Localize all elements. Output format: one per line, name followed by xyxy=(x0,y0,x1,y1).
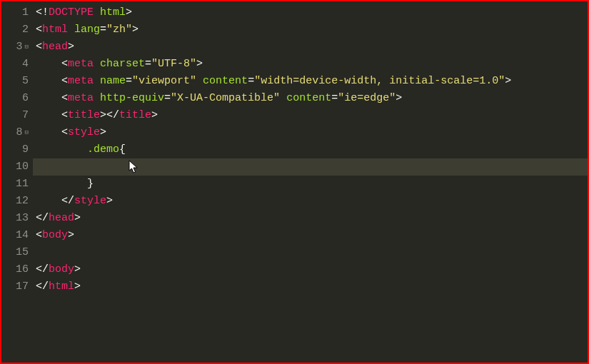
line-number: 15 xyxy=(1,244,33,261)
line-number: 17 xyxy=(1,278,33,295)
code-line[interactable] xyxy=(33,158,588,176)
fold-marker-icon[interactable]: ⊟ xyxy=(25,44,29,51)
line-number: 2 xyxy=(1,21,33,39)
code-line[interactable]: </head> xyxy=(33,210,588,227)
line-number: 9 xyxy=(1,141,33,158)
line-number: 14 xyxy=(1,227,33,244)
line-number: 8⊟ xyxy=(1,124,33,141)
code-line[interactable]: </html> xyxy=(33,278,588,295)
line-number: 1 xyxy=(1,4,33,21)
code-line[interactable]: .demo{ xyxy=(33,141,588,158)
code-line[interactable]: <style> xyxy=(33,124,588,141)
code-line[interactable]: </style> xyxy=(33,193,588,210)
line-number: 16 xyxy=(1,261,33,278)
line-number: 7 xyxy=(1,107,33,124)
code-line[interactable]: <!DOCTYPE html> xyxy=(33,4,588,21)
line-number: 11 xyxy=(1,176,33,193)
line-number: 13 xyxy=(1,210,33,227)
line-number: 3⊟ xyxy=(1,39,33,56)
code-line[interactable]: <meta name="viewport" content="width=dev… xyxy=(33,73,588,90)
code-line[interactable]: <body> xyxy=(33,227,588,244)
line-number: 5 xyxy=(1,73,33,90)
code-line[interactable]: } xyxy=(33,176,588,193)
line-number: 4 xyxy=(1,56,33,73)
code-line[interactable]: <head> xyxy=(33,39,588,56)
line-number: 6 xyxy=(1,90,33,107)
code-editor[interactable]: 123⊟45678⊟91011121314151617 <!DOCTYPE ht… xyxy=(1,1,588,363)
line-number: 12 xyxy=(1,193,33,210)
code-line[interactable]: <html lang="zh"> xyxy=(33,21,588,39)
fold-marker-icon[interactable]: ⊟ xyxy=(25,130,29,136)
code-line[interactable]: <title></title> xyxy=(33,107,588,124)
code-line[interactable]: <meta http-equiv="X-UA-Compatible" conte… xyxy=(33,90,588,107)
code-line[interactable] xyxy=(33,244,588,261)
line-number: 10 xyxy=(1,158,33,176)
code-area[interactable]: <!DOCTYPE html><html lang="zh"><head> <m… xyxy=(33,1,588,363)
line-number-gutter: 123⊟45678⊟91011121314151617 xyxy=(1,1,33,363)
code-line[interactable]: <meta charset="UTF-8"> xyxy=(33,56,588,73)
code-line[interactable]: </body> xyxy=(33,261,588,278)
